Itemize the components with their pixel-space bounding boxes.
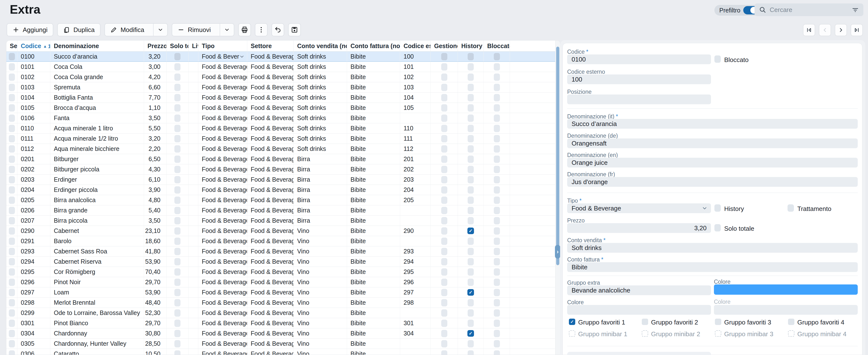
tipo-select[interactable]: Food & Beverage <box>567 203 711 213</box>
panel-collapse-handle[interactable]: › <box>555 245 560 258</box>
sel-checkbox[interactable] <box>9 53 15 60</box>
sel-checkbox[interactable] <box>9 104 15 112</box>
sel-checkbox[interactable] <box>9 166 15 173</box>
bloccato-checkbox[interactable] <box>494 309 500 317</box>
gestione_gia-checkbox[interactable] <box>441 289 447 296</box>
bloccato-checkbox[interactable] <box>494 320 500 327</box>
gestione_gia-checkbox[interactable] <box>441 135 447 142</box>
sel-checkbox[interactable] <box>9 207 15 214</box>
bloccato-checkbox[interactable] <box>494 350 500 355</box>
bloccato-checkbox[interactable] <box>494 94 500 101</box>
gruppo-favoriti-3-checkbox[interactable] <box>715 319 721 325</box>
solo_totale-checkbox[interactable] <box>175 114 181 122</box>
sel-checkbox[interactable] <box>9 320 15 327</box>
solo_totale-checkbox[interactable] <box>175 176 181 183</box>
gestione_gia-checkbox[interactable] <box>441 114 447 122</box>
gestione_gia-checkbox[interactable] <box>441 166 447 173</box>
bloccato-checkbox[interactable] <box>494 279 500 286</box>
column-header-bloccato[interactable]: Bloccato <box>484 40 510 51</box>
solo_totale-checkbox[interactable] <box>175 63 181 71</box>
solo_totale-checkbox[interactable] <box>175 350 181 355</box>
bloccato-checkbox[interactable] <box>494 84 500 91</box>
history-checkbox[interactable]: ✓ <box>467 227 474 234</box>
solo_totale-checkbox[interactable] <box>175 186 181 193</box>
history-checkbox[interactable] <box>468 166 474 173</box>
history-checkbox[interactable] <box>468 299 474 307</box>
table-row[interactable]: 0111Acqua minerale 1/2 litro3,20Food & B… <box>6 134 555 144</box>
column-header-livello[interactable]: Livello <box>189 40 198 51</box>
sel-checkbox[interactable] <box>9 299 15 307</box>
solo_totale-checkbox[interactable] <box>175 309 181 317</box>
denominazione-de-field[interactable]: Orangensaft <box>567 138 858 148</box>
solo_totale-checkbox[interactable] <box>175 279 181 286</box>
table-row[interactable]: 0290Cabernet23,10Food & BeverageFood & B… <box>6 226 555 236</box>
gestione_gia-checkbox[interactable] <box>441 125 447 132</box>
sel-checkbox[interactable] <box>9 227 15 235</box>
table-row[interactable]: 0103Spremuta6,60Food & BeverageFood & Be… <box>6 82 555 93</box>
table-row[interactable]: 0296Pinot Noir29,70Food & BeverageFood &… <box>6 277 555 287</box>
bloccato-checkbox[interactable] <box>494 207 500 214</box>
table-row[interactable]: 0207Birra piccola3,50Food & BeverageFood… <box>6 216 555 226</box>
solo_totale-checkbox[interactable] <box>175 135 181 142</box>
column-header-gestione_gia[interactable]: Gestione gia <box>431 40 458 51</box>
gestione_gia-checkbox[interactable] <box>441 299 447 307</box>
bloccato-checkbox[interactable] <box>494 63 500 71</box>
table-row[interactable]: 0297Loam53,90Food & BeverageFood & Bever… <box>6 287 555 297</box>
posizione-field[interactable] <box>567 95 711 104</box>
table-row[interactable]: 0206Birra grande5,40Food & BeverageFood … <box>6 205 555 216</box>
color-swatch[interactable] <box>714 284 858 295</box>
remove-main-segment[interactable]: Rimuovi <box>172 24 216 36</box>
sel-checkbox[interactable] <box>9 217 15 224</box>
gestione_gia-checkbox[interactable] <box>441 176 447 183</box>
bloccato-checkbox[interactable] <box>494 114 500 122</box>
gestione_gia-checkbox[interactable] <box>441 340 447 348</box>
history-checkbox[interactable] <box>468 104 474 112</box>
solo_totale-checkbox[interactable] <box>175 340 181 348</box>
table-row[interactable]: 0100Succo d’arancia3,20Food & BeverageFo… <box>6 51 555 62</box>
history-checkbox[interactable] <box>468 350 474 355</box>
column-header-solo_totale[interactable]: Solo totale <box>166 40 189 51</box>
bloccato-checkbox[interactable] <box>494 238 500 245</box>
sel-checkbox[interactable] <box>9 155 15 163</box>
gestione_gia-checkbox[interactable] <box>441 63 447 71</box>
solo_totale-checkbox[interactable] <box>175 299 181 307</box>
bloccato-checkbox[interactable] <box>494 340 500 348</box>
history-checkbox[interactable] <box>468 248 474 255</box>
table-row[interactable]: 0110Acqua minerale 1 litro5,50Food & Bev… <box>6 123 555 134</box>
edit-button[interactable]: Modifica <box>104 23 168 36</box>
table-scrollbar[interactable] <box>555 40 560 355</box>
table-row[interactable]: 0204Erdinger piccola3,90Food & BeverageF… <box>6 185 555 195</box>
search-input[interactable]: Cercare <box>754 3 863 16</box>
sel-checkbox[interactable] <box>9 145 15 152</box>
solo_totale-checkbox[interactable] <box>175 238 181 245</box>
sel-checkbox[interactable] <box>9 125 15 132</box>
last-page-button[interactable] <box>850 24 863 36</box>
solo_totale-checkbox[interactable] <box>175 84 181 91</box>
gestione_gia-checkbox[interactable] <box>441 350 447 355</box>
gestione_gia-checkbox[interactable] <box>441 73 447 81</box>
table-row[interactable]: 0205Birra analcolica4,80Food & BeverageF… <box>6 195 555 205</box>
table-row[interactable]: 0202Bitburger piccola4,30Food & Beverage… <box>6 164 555 175</box>
history-checkbox[interactable] <box>468 73 474 81</box>
history-checkbox[interactable]: ✓ <box>467 289 474 296</box>
sel-checkbox[interactable] <box>9 279 15 286</box>
table-row[interactable]: 0306Cataratto10,50Food & BeverageFood & … <box>6 349 555 355</box>
solo_totale-checkbox[interactable] <box>175 197 181 204</box>
history-checkbox[interactable] <box>468 84 474 91</box>
history-checkbox[interactable] <box>468 155 474 163</box>
gruppo-favoriti-4-checkbox[interactable] <box>788 319 795 325</box>
bloccato-checkbox[interactable] <box>494 186 500 193</box>
denominazione-fr-field[interactable]: Jus d'orange <box>567 177 858 187</box>
sel-checkbox[interactable] <box>9 94 15 101</box>
gestione_gia-checkbox[interactable] <box>441 197 447 204</box>
table-row[interactable]: 0293Cabernet Sass Roa41,80Food & Beverag… <box>6 246 555 257</box>
table-row[interactable]: 0305Chardonnay, Hunter Valley28,50Food &… <box>6 339 555 349</box>
gestione_gia-checkbox[interactable] <box>441 330 447 337</box>
gruppo-minibar-1-checkbox[interactable] <box>569 330 575 337</box>
conto-vendita-field[interactable]: Soft drinks <box>567 243 858 253</box>
gestione_gia-checkbox[interactable] <box>441 217 447 224</box>
history-checkbox[interactable] <box>468 135 474 142</box>
bloccato-checkbox[interactable] <box>494 268 500 276</box>
history-checkbox[interactable] <box>468 114 474 122</box>
gestione_gia-checkbox[interactable] <box>441 238 447 245</box>
